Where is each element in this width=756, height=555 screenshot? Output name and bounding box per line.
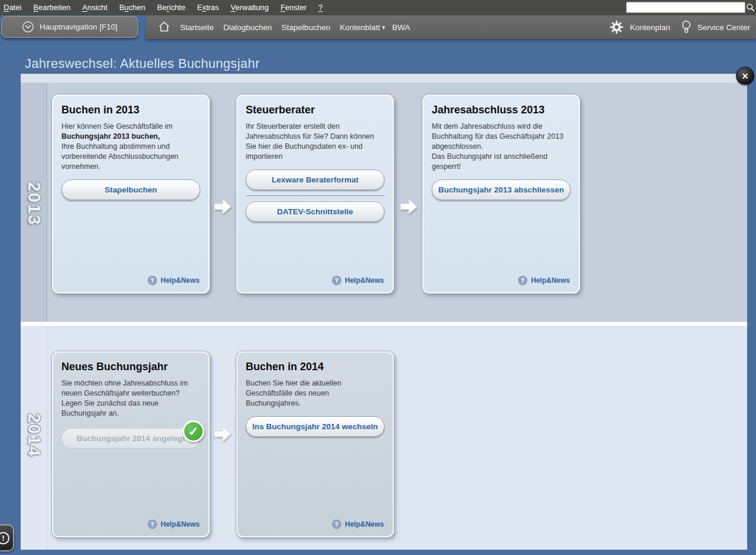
buchungsjahr-2013-abschliessen-button[interactable]: Buchungsjahr 2013 abschliessen [432, 179, 571, 200]
card-title: Steuerberater [246, 104, 384, 116]
toolbar-kontenplan-label: Kontenplan [627, 23, 672, 32]
info-icon: ! [0, 532, 9, 544]
menu-bar: Datei Bearbeiten Ansicht Buchen Berichte… [0, 0, 756, 15]
chevron-down-icon[interactable]: ▾ [382, 24, 387, 31]
card-title: Buchen in 2013 [61, 104, 200, 116]
help-icon: ? [518, 276, 527, 285]
toolbar-kontenplan[interactable]: Kontenplan [610, 20, 672, 34]
card-body: Sie möchten ohne Jahresabschluss im neue… [61, 378, 200, 419]
help-icon: ? [148, 520, 157, 529]
help-news-link[interactable]: ? Help&News [332, 276, 384, 285]
close-icon: ✕ [742, 71, 749, 81]
hauptnavigation-button[interactable]: Hauptnavigation [F10] [1, 16, 138, 38]
toolbar-item-startseite[interactable]: Startseite [175, 23, 219, 32]
help-icon: ? [148, 276, 157, 285]
help-news-label: Help&News [161, 520, 200, 528]
panel-top-band [21, 74, 747, 83]
menu-item-buchen[interactable]: Buchen [113, 0, 151, 15]
menu-item-hilfe[interactable]: ? [312, 0, 328, 15]
flow-arrow-icon [400, 198, 418, 216]
toolbar-service-center-label: Service Center [695, 23, 752, 32]
buchungsjahr-2014-angelegt-button: Buchungsjahr 2014 angelegt ✓ [61, 428, 200, 449]
toolbar-item-kontenblatt[interactable]: Kontenblatt [335, 23, 382, 32]
toolbar-item-bwa[interactable]: BWA [387, 23, 415, 32]
search-icon[interactable] [746, 3, 755, 12]
circle-chevron-down-icon [22, 21, 34, 33]
close-button[interactable]: ✕ [736, 67, 754, 85]
hauptnavigation-label: Hauptnavigation [F10] [40, 22, 118, 31]
menu-item-berichte[interactable]: Berichte [151, 0, 191, 15]
card-title: Neues Buchungsjahr [61, 361, 200, 373]
jahreswechsel-panel: 2013 2014 Buchen in 2013 Hier können Sie… [21, 74, 747, 550]
year-label-2014: 2014 [21, 409, 48, 462]
help-news-link[interactable]: ? Help&News [148, 276, 200, 285]
menu-item-fenster[interactable]: Fenster [275, 0, 312, 15]
help-icon: ? [332, 276, 341, 285]
help-news-link[interactable]: ? Help&News [518, 276, 570, 285]
help-news-label: Help&News [531, 276, 570, 285]
card-body: Hier können Sie Geschäftsfälle im Buchun… [61, 122, 200, 172]
year-label-2013: 2013 [21, 177, 48, 230]
menu-item-bearbeiten[interactable]: Bearbeiten [27, 0, 76, 15]
help-news-label: Help&News [345, 520, 384, 528]
menu-item-datei[interactable]: Datei [0, 0, 27, 15]
lexware-beraterformat-button[interactable]: Lexware Beraterformat [246, 169, 384, 190]
card-buchen-2014: Buchen in 2014 Buchen Sie hier die aktue… [236, 351, 394, 537]
page-title: Jahreswechsel: Aktuelles Buchungsjahr [25, 56, 260, 71]
card-jahresabschluss-2013: Jahresabschluss 2013 Mit dem Jahresabsch… [422, 94, 580, 293]
gear-icon [610, 20, 624, 34]
card-title: Buchen in 2014 [246, 361, 384, 373]
card-steuerberater: Steuerberater Ihr Steuerberater erstellt… [236, 94, 394, 293]
card-buchen-2013: Buchen in 2013 Hier können Sie Geschäfts… [52, 94, 210, 293]
help-news-link[interactable]: ? Help&News [148, 520, 200, 529]
datev-schnittstelle-button[interactable]: DATEV-Schnittstelle [246, 201, 384, 222]
menu-item-extras[interactable]: Extras [191, 0, 225, 15]
toolbar-item-stapelbuchen[interactable]: Stapelbuchen [277, 23, 335, 32]
card-title: Jahresabschluss 2013 [432, 104, 571, 116]
card-neues-buchungsjahr: Neues Buchungsjahr Sie möchten ohne Jahr… [52, 351, 210, 537]
menu-item-ansicht[interactable]: Ansicht [76, 0, 113, 15]
lightbulb-icon [681, 20, 692, 35]
card-body: Mit dem Jahresabschluss wird die Buchhal… [432, 122, 571, 172]
navigation-toolbar: Startseite Dialogbuchen Stapelbuchen Kon… [146, 15, 756, 39]
button-divider [246, 195, 384, 196]
flow-arrow-icon [214, 198, 232, 216]
toolbar-service-center[interactable]: Service Center [681, 20, 752, 35]
help-news-label: Help&News [161, 276, 200, 285]
check-icon: ✓ [183, 420, 204, 442]
flow-arrow-icon [214, 425, 232, 443]
help-news-link[interactable]: ? Help&News [332, 520, 384, 529]
help-news-label: Help&News [345, 276, 384, 285]
search-input[interactable] [626, 2, 745, 13]
home-icon[interactable] [158, 20, 171, 34]
card-body: Buchen Sie hier die aktuellen Geschäftsf… [246, 378, 384, 409]
info-button[interactable]: ! [0, 524, 14, 551]
ins-buchungsjahr-2014-wechseln-button[interactable]: Ins Buchungsjahr 2014 wechseln [246, 416, 384, 437]
help-icon: ? [332, 520, 341, 529]
menu-item-verwaltung[interactable]: Verwaltung [225, 0, 275, 15]
card-body: Ihr Steuerberater erstellt den Jahresabs… [246, 122, 384, 162]
toolbar-item-dialogbuchen[interactable]: Dialogbuchen [219, 23, 277, 32]
section-separator [21, 322, 747, 326]
stapelbuchen-button[interactable]: Stapelbuchen [61, 179, 200, 200]
